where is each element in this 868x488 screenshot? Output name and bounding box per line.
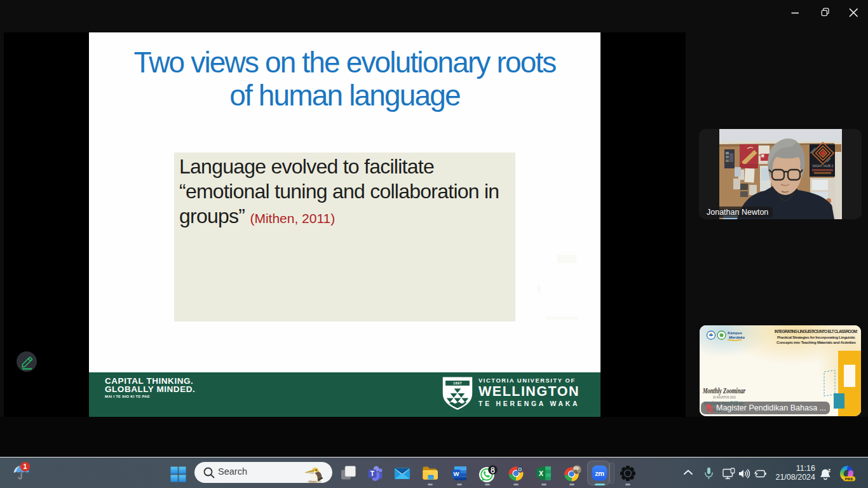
svg-text:z: z (828, 467, 831, 473)
svg-text:X: X (539, 470, 543, 477)
svg-text:T: T (370, 470, 375, 477)
svg-text:1897: 1897 (453, 381, 462, 385)
svg-text:31 AGUSTUS 2021: 31 AGUSTUS 2021 (713, 395, 736, 399)
svg-text:Monthly Zoominar: Monthly Zoominar (702, 386, 745, 395)
svg-text:INTEGRATING LINGUISTICS INTO E: INTEGRATING LINGUISTICS INTO ELT CLASSRO… (775, 329, 858, 334)
svg-text:1: 1 (24, 463, 27, 470)
svg-text:Practical Strategies for Incor: Practical Strategies for Incorporating L… (777, 335, 856, 339)
svg-text:W: W (454, 470, 459, 477)
svg-text:Merdeka: Merdeka (729, 336, 745, 339)
svg-text:zm: zm (595, 470, 604, 477)
svg-text:PRE: PRE (845, 477, 854, 481)
svg-text:Concepts into Teaching Materia: Concepts into Teaching Materials and Act… (776, 340, 857, 344)
svg-text:Kampus: Kampus (728, 331, 743, 335)
